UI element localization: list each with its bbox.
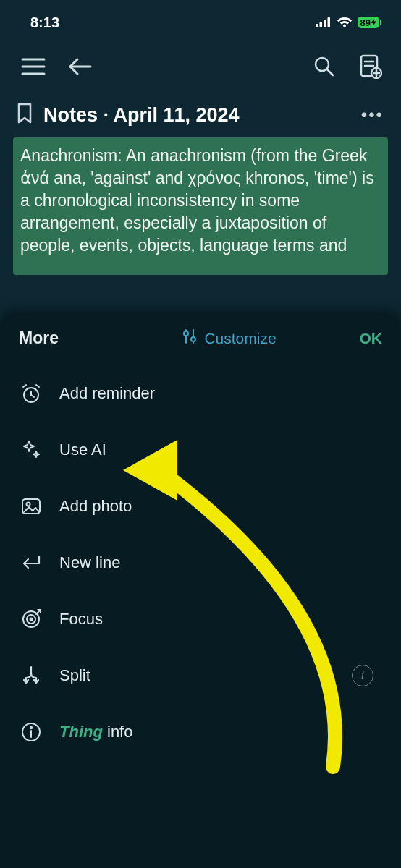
menu-item-label: Add photo — [59, 497, 132, 516]
info-button[interactable]: i — [352, 665, 373, 686]
note-title: Notes · April 11, 2024 — [43, 104, 351, 127]
split-icon — [19, 663, 43, 688]
settings-icon — [182, 328, 197, 348]
menu-item-label: Focus — [59, 610, 103, 629]
back-button[interactable] — [65, 52, 94, 81]
menu-item-label: Add reminder — [59, 384, 155, 403]
menu-item-label: Use AI — [59, 441, 106, 459]
wifi-icon — [337, 14, 353, 31]
svg-rect-2 — [324, 20, 326, 27]
menu-item-label: Thing info — [59, 723, 132, 741]
sheet-header: More Customize OK — [0, 315, 401, 355]
svg-line-9 — [327, 69, 333, 75]
target-icon — [19, 607, 43, 631]
customize-button[interactable]: Customize — [120, 328, 339, 348]
status-bar: 8:13 89 — [0, 0, 401, 39]
new-note-button[interactable] — [356, 52, 385, 81]
svg-line-24 — [36, 385, 39, 387]
svg-point-17 — [184, 331, 188, 336]
menu-item-split[interactable]: Split i — [19, 647, 394, 704]
note-header: Notes · April 11, 2024 ••• — [0, 88, 401, 137]
top-toolbar — [0, 39, 401, 88]
search-button[interactable] — [310, 52, 339, 81]
cellular-icon — [316, 14, 332, 31]
sheet-title: More — [19, 328, 120, 348]
svg-point-19 — [191, 337, 195, 341]
status-right: 89 — [316, 14, 379, 31]
svg-rect-0 — [316, 24, 318, 27]
more-options-button[interactable]: ••• — [361, 105, 384, 125]
menu-item-focus[interactable]: Focus — [19, 591, 394, 647]
ok-button[interactable]: OK — [339, 330, 382, 347]
return-icon — [19, 550, 43, 575]
menu-item-thing-info[interactable]: Thing info — [19, 704, 394, 760]
menu-item-new-line[interactable]: New line — [19, 535, 394, 591]
alarm-icon — [19, 381, 43, 406]
menu-item-label: Split — [59, 666, 90, 685]
photo-icon — [19, 494, 43, 519]
svg-line-22 — [31, 395, 34, 397]
menu-item-add-photo[interactable]: Add photo — [19, 478, 394, 535]
svg-point-26 — [27, 503, 30, 506]
note-body[interactable]: Anachronism: An anachronism (from the Gr… — [13, 137, 388, 275]
bookmark-icon[interactable] — [16, 103, 33, 127]
info-icon — [19, 720, 43, 744]
battery-icon: 89 — [358, 17, 379, 28]
more-sheet: More Customize OK Add reminder Use AI — [0, 315, 401, 868]
sparkle-icon — [19, 438, 43, 462]
customize-label: Customize — [204, 330, 276, 347]
menu-button[interactable] — [19, 52, 48, 81]
svg-rect-1 — [319, 22, 322, 27]
svg-line-23 — [23, 385, 26, 387]
svg-point-29 — [30, 618, 33, 621]
menu-list: Add reminder Use AI Add photo New line F — [0, 355, 401, 760]
menu-item-use-ai[interactable]: Use AI — [19, 422, 394, 478]
menu-item-add-reminder[interactable]: Add reminder — [19, 365, 394, 422]
menu-item-label: New line — [59, 553, 120, 572]
svg-point-33 — [30, 727, 32, 728]
status-time: 8:13 — [30, 14, 59, 31]
svg-rect-3 — [327, 17, 330, 27]
